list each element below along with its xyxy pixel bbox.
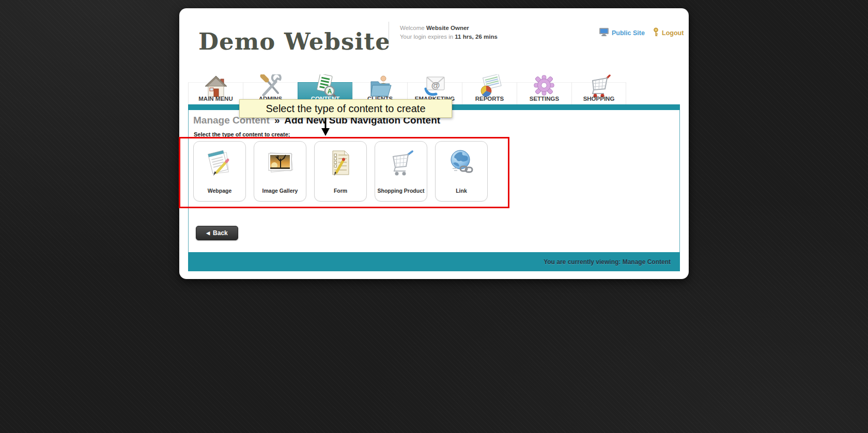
public-site-link[interactable]: Public Site: [599, 27, 645, 38]
tools-icon: [258, 74, 284, 98]
welcome-line: Welcome Website Owner: [400, 24, 498, 33]
content-type-shopping-product[interactable]: Shopping Product: [375, 141, 427, 202]
image-gallery-icon: [266, 148, 295, 179]
footer-status-bar: You are currently viewing: Manage Conten…: [188, 252, 680, 271]
session-value: 11 hrs, 26 mins: [455, 34, 497, 40]
tab-settings[interactable]: SETTINGS: [517, 82, 571, 104]
email-at-icon: @: [422, 74, 448, 98]
pie-chart-report-icon: [477, 74, 503, 98]
content-type-link[interactable]: Link: [435, 141, 488, 202]
site-logo: Demo Website: [198, 28, 391, 55]
admin-panel: Demo Website Welcome Website Owner Your …: [179, 8, 689, 279]
link-globe-icon: [447, 148, 476, 179]
monitor-icon: [599, 27, 609, 38]
session-line: Your login expires in 11 hrs, 26 mins: [400, 33, 498, 41]
tooltip-bubble: Select the type of content to create: [239, 99, 452, 118]
key-icon: [653, 27, 659, 39]
content-type-image-gallery[interactable]: Image Gallery: [254, 141, 306, 202]
logout-label: Logout: [662, 29, 684, 37]
header-divider: [389, 22, 389, 47]
tab-main-menu[interactable]: MAIN MENU: [188, 82, 243, 104]
content-type-form[interactable]: Form: [314, 141, 367, 202]
webpage-icon: [205, 148, 234, 179]
product-cart-icon: [386, 148, 415, 179]
public-site-label: Public Site: [612, 29, 645, 37]
tab-reports[interactable]: REPORTS: [462, 82, 517, 104]
back-arrow-icon: ◀: [206, 231, 210, 236]
svg-text:A: A: [327, 88, 332, 95]
logout-link[interactable]: Logout: [653, 27, 684, 39]
folder-user-icon: [367, 74, 393, 98]
gear-icon: [532, 74, 557, 98]
document-search-icon: A: [313, 74, 338, 98]
content-type-webpage[interactable]: Webpage: [193, 141, 246, 202]
svg-text:@: @: [431, 81, 440, 90]
user-name: Website Owner: [426, 25, 469, 31]
welcome-block: Welcome Website Owner Your login expires…: [400, 24, 498, 41]
form-icon: [326, 148, 355, 179]
back-button-label: Back: [213, 229, 228, 237]
content-area: Manage Content » Add New Sub Navigation …: [188, 110, 680, 252]
shopping-cart-icon: [586, 74, 612, 98]
footer-status-text: You are currently viewing: Manage Conten…: [544, 258, 671, 266]
instruction-text: Select the type of content to create;: [194, 131, 290, 137]
desktop-background: Demo Website Welcome Website Owner Your …: [0, 0, 868, 433]
tab-shopping[interactable]: SHOPPING: [571, 82, 626, 104]
house-icon: [203, 74, 229, 98]
back-button[interactable]: ◀ Back: [196, 226, 238, 240]
